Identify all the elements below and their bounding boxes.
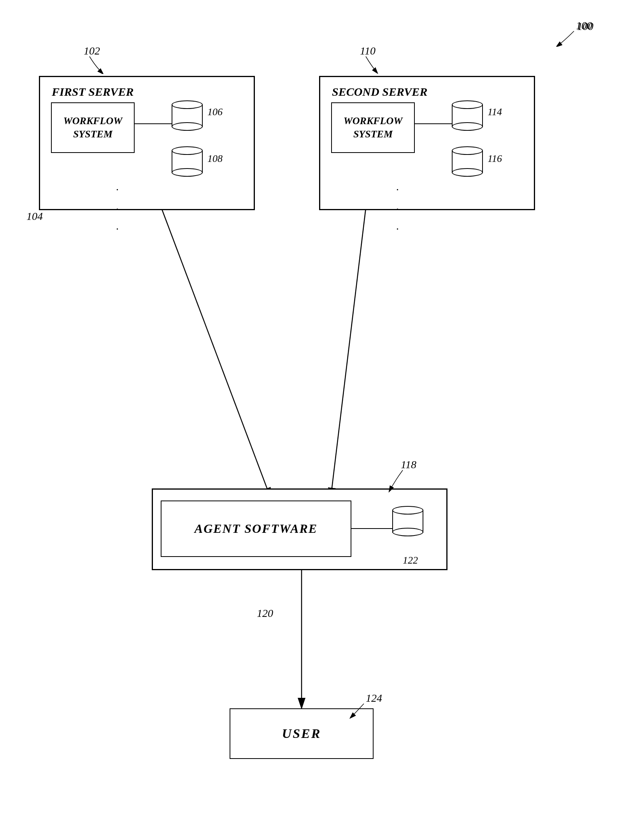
agent-software-label: AGENT SOFTWARE — [195, 521, 318, 537]
workflow-label-1: WORKFLOWSYSTEM — [63, 114, 123, 141]
first-server-dots: ··· — [116, 180, 119, 239]
ref-108: 108 — [207, 153, 223, 165]
second-server-label: SECOND SERVER — [332, 84, 427, 99]
ref100-arrow: 100 — [537, 16, 615, 47]
svg-text:124: 124 — [366, 692, 382, 704]
ref118-label: 118 — [374, 457, 459, 496]
svg-text:118: 118 — [401, 458, 416, 471]
diagram-container: 100 100 102 110 FIRST SERVER WORKFLOWSYS… — [0, 0, 644, 829]
svg-text:102: 102 — [84, 45, 100, 57]
ref102-label: 102 — [60, 43, 130, 74]
cylinder-122 — [392, 506, 423, 536]
workflow-label-2: WORKFLOWSYSTEM — [344, 114, 403, 141]
svg-line-3 — [331, 208, 366, 497]
ref-106: 106 — [207, 106, 223, 118]
first-server-box: FIRST SERVER WORKFLOWSYSTEM 106 108 ··· — [39, 76, 255, 210]
ref-104: 104 — [26, 210, 43, 223]
cylinder-116 — [452, 146, 483, 177]
cylinder-108 — [172, 146, 203, 177]
second-server-box: SECOND SERVER WORKFLOWSYSTEM 114 116 ··· — [319, 76, 535, 210]
svg-text:100: 100 — [576, 19, 592, 32]
ref110-label: 110 — [339, 43, 409, 74]
cylinder-106 — [172, 100, 203, 131]
ref124-label: 124 — [342, 691, 420, 722]
ref-114: 114 — [488, 106, 502, 118]
svg-text:110: 110 — [360, 45, 376, 57]
agent-software-box: AGENT SOFTWARE — [161, 501, 351, 557]
ref-120: 120 — [257, 607, 273, 620]
second-server-dots: ··· — [396, 180, 400, 239]
ref-122: 122 — [403, 555, 418, 566]
workflow-system-box-1: WORKFLOWSYSTEM — [51, 102, 135, 153]
first-server-label: FIRST SERVER — [52, 84, 133, 99]
cylinder-114 — [452, 100, 483, 131]
user-label: USER — [282, 725, 321, 742]
workflow-system-box-2: WORKFLOWSYSTEM — [331, 102, 415, 153]
ref-116: 116 — [488, 153, 502, 165]
svg-line-2 — [161, 208, 270, 497]
